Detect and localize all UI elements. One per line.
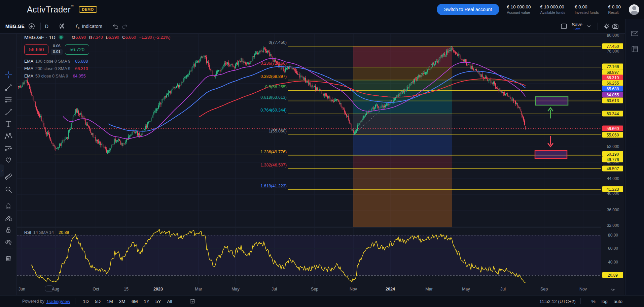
trend-line-icon[interactable] [4, 83, 13, 92]
indicator-legend-row[interactable]: EMA50 close 0 SMA 964.055 [24, 74, 170, 79]
lock-open-icon[interactable] [4, 225, 13, 235]
compare-add-icon[interactable] [27, 22, 36, 31]
auto-scale-toggle[interactable]: auto [614, 299, 622, 304]
side-widgets-strip [625, 19, 644, 295]
magnet-icon[interactable] [4, 201, 13, 210]
save-menu-chevron-down-icon[interactable] [584, 22, 593, 31]
user-avatar[interactable] [629, 4, 639, 15]
price-tick-label: 32.000 [601, 223, 625, 228]
ohlc-readout: O56.690 H57.340 L56.390 C56.660 −1.280 (… [72, 35, 171, 40]
time-tick-label: 2024 [386, 287, 395, 291]
ruler-icon[interactable] [4, 172, 13, 181]
sell-bid-button[interactable]: 56.660 [24, 44, 48, 55]
price-badge: 50.190 [602, 151, 623, 157]
save-button[interactable]: Save Save [572, 22, 582, 31]
screenshot-camera-icon[interactable] [611, 22, 620, 31]
price-badge: 66.310 [602, 75, 623, 81]
stat-label: Account value [507, 10, 531, 14]
price-badge: 49.776 [602, 157, 623, 162]
go-to-date-calendar-icon[interactable] [188, 297, 197, 306]
undo-icon[interactable] [111, 22, 120, 31]
redo-icon[interactable] [120, 22, 129, 31]
indicator-legend-row[interactable]: EMA200 close 0 SMA 966.310 [24, 66, 170, 71]
range-button-1m[interactable]: 1M [104, 298, 116, 305]
drawing-lock-icon[interactable] [4, 213, 13, 222]
indicators-button[interactable]: ƒx Indicators [75, 23, 102, 30]
up-arrow-drawing[interactable] [548, 108, 553, 118]
time-scale-settings[interactable] [601, 284, 624, 295]
trash-icon[interactable] [4, 253, 13, 263]
price-badge: 72.166 [602, 64, 623, 69]
text-tool-icon[interactable] [4, 119, 13, 129]
price-scale[interactable]: 80.00076.00052.00048.00044.00040.00036.0… [601, 34, 624, 295]
time-tick-label: Oct [93, 287, 99, 291]
pane-separator[interactable] [17, 227, 601, 227]
chart-settings-gear-icon[interactable] [602, 22, 611, 31]
heart-icon[interactable] [4, 155, 13, 164]
svg-text:0.5(66.255): 0.5(66.255) [265, 85, 287, 89]
axis-settings-sun-icon[interactable] [608, 285, 617, 294]
svg-text:0.618(63.613): 0.618(63.613) [260, 95, 287, 100]
rsi-tick-label: 80.00 [601, 233, 625, 238]
range-button-all[interactable]: All [164, 298, 175, 305]
timeframe-button[interactable]: D [45, 24, 48, 29]
range-button-3m[interactable]: 3M [116, 298, 129, 305]
indicator-legend-row[interactable]: EMA100 close 0 SMA 965.688 [24, 59, 170, 64]
svg-text:0(77.450): 0(77.450) [269, 40, 287, 45]
symbol-button[interactable]: MBG.GE [5, 24, 25, 29]
clock-readout[interactable]: 11:52:12 (UTC+2) [539, 299, 575, 304]
layout-select-icon[interactable] [560, 22, 568, 31]
range-button-1y[interactable]: 1Y [141, 298, 152, 305]
brush-icon[interactable] [4, 107, 13, 117]
price-badge: 55.060 [602, 132, 623, 138]
sell-zone-box[interactable] [535, 151, 567, 158]
sidebar-expand-chevron[interactable]: › [0, 164, 4, 177]
price-tick-label: 76.000 [601, 49, 625, 54]
stat-account-value: € 10 000.00 Account value [507, 4, 531, 14]
time-tick-label: Nov [350, 287, 357, 291]
xabcd-pattern-icon[interactable] [4, 131, 13, 141]
spread-readout: 0.06 0.01 [51, 44, 62, 55]
svg-text:0.764(60.344): 0.764(60.344) [260, 108, 287, 113]
crosshair-icon[interactable] [4, 70, 13, 80]
range-button-6m[interactable]: 6M [129, 298, 141, 305]
market-open-dot-icon [59, 35, 64, 40]
time-tick-label: Jun [19, 287, 25, 291]
svg-text:0.236(72.166): 0.236(72.166) [260, 61, 287, 66]
buy-zone-box[interactable] [536, 97, 568, 105]
zoom-in-icon[interactable] [4, 185, 13, 194]
time-tick-label: 15 [124, 287, 129, 291]
range-button-1d[interactable]: 1D [80, 298, 92, 305]
change-readout: −1.280 (−2.21%) [139, 35, 170, 40]
rsi-legend-row[interactable]: RSI 14 SMA 14 20.89 [24, 230, 69, 235]
percent-scale-toggle[interactable]: % [592, 299, 596, 304]
mail-icon[interactable] [630, 29, 640, 38]
price-tick-label: 80.000 [601, 33, 625, 38]
buy-ask-button[interactable]: 56.720 [65, 44, 89, 55]
range-button-5d[interactable]: 5D [92, 298, 104, 305]
time-tick-label: Sep [311, 287, 318, 291]
news-icon[interactable] [630, 44, 640, 54]
fib-retracement-icon[interactable] [4, 95, 13, 104]
switch-to-real-account-button[interactable]: Switch to Real account [437, 4, 499, 15]
down-arrow-drawing[interactable] [548, 136, 553, 147]
stat-label: Invested funds [575, 10, 599, 14]
log-scale-toggle[interactable]: log [602, 299, 608, 304]
time-tick-label: Nov [579, 287, 587, 291]
app-logo: ActivTrader™ [27, 5, 74, 14]
time-scale[interactable]: JunAugOct152023MarMayJulSepNov2024MarMay… [17, 284, 601, 295]
rsi-pane-canvas[interactable] [17, 228, 601, 284]
tradingview-link[interactable]: TradingView [46, 299, 70, 304]
hide-drawings-eye-icon[interactable] [4, 237, 13, 247]
powered-by-label: Powered by [22, 299, 44, 304]
chart-style-candles-icon[interactable] [58, 22, 66, 31]
range-buttons: 1D5D1M3M6M1Y5YAll [80, 298, 175, 305]
long-position-icon[interactable] [4, 144, 13, 153]
account-stats: € 10 000.00 Account value € 10 000.00 Av… [507, 4, 621, 14]
svg-text:0.382(68.897): 0.382(68.897) [260, 74, 287, 79]
price-badge: 41.223 [602, 186, 623, 192]
price-badge: 68.897 [602, 69, 623, 75]
time-tick-label: 2023 [153, 287, 163, 291]
range-button-5y[interactable]: 5Y [152, 298, 164, 305]
stat-value: € 0.00 [575, 4, 599, 9]
